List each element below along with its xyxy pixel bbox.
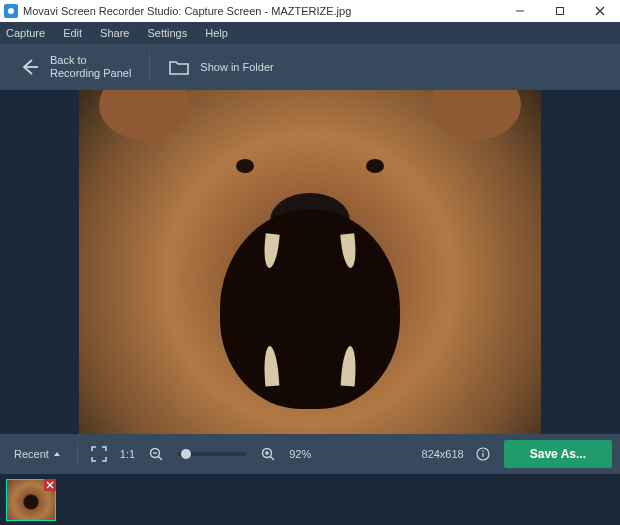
chevron-up-icon	[53, 450, 61, 458]
fit-screen-button[interactable]	[88, 443, 110, 465]
menubar: Capture Edit Share Settings Help	[0, 22, 620, 44]
preview-canvas	[0, 90, 620, 434]
recent-label: Recent	[14, 448, 49, 460]
zoom-in-button[interactable]	[257, 443, 279, 465]
controls-bar: Recent 1:1 92%	[0, 434, 620, 474]
show-in-folder-button[interactable]: Show in Folder	[160, 50, 281, 84]
expand-icon	[91, 446, 107, 462]
captured-image[interactable]	[79, 90, 541, 434]
svg-point-16	[482, 450, 484, 452]
save-as-button[interactable]: Save As...	[504, 440, 612, 468]
image-dimensions: 824x618	[422, 448, 464, 460]
arrow-left-icon	[18, 56, 40, 78]
folder-icon	[168, 56, 190, 78]
info-button[interactable]	[472, 443, 494, 465]
save-as-label: Save As...	[530, 447, 586, 461]
actionbar: Back to Recording Panel Show in Folder	[0, 44, 620, 90]
menu-settings[interactable]: Settings	[147, 27, 187, 39]
thumbnail-close-button[interactable]	[44, 479, 56, 491]
zoom-slider[interactable]	[177, 452, 247, 456]
divider	[77, 443, 78, 465]
thumbnail[interactable]	[6, 479, 56, 521]
thumbnail-strip	[0, 474, 620, 525]
close-button[interactable]	[580, 0, 620, 22]
zoom-out-button[interactable]	[145, 443, 167, 465]
zoom-out-icon	[149, 447, 163, 461]
divider	[149, 52, 150, 82]
app-icon	[4, 4, 18, 18]
maximize-button[interactable]	[540, 0, 580, 22]
show-in-folder-label: Show in Folder	[200, 61, 273, 73]
zoom-in-icon	[261, 447, 275, 461]
back-label-line1: Back to	[50, 54, 131, 67]
slider-knob[interactable]	[181, 449, 191, 459]
back-label-line2: Recording Panel	[50, 67, 131, 80]
recent-dropdown[interactable]: Recent	[8, 442, 67, 466]
ratio-button[interactable]: 1:1	[120, 448, 135, 460]
info-icon	[476, 447, 490, 461]
menu-help[interactable]: Help	[205, 27, 228, 39]
svg-rect-3	[557, 8, 564, 15]
back-to-recording-button[interactable]: Back to Recording Panel	[10, 50, 139, 84]
svg-line-8	[159, 457, 163, 461]
svg-line-11	[271, 457, 275, 461]
titlebar: Movavi Screen Recorder Studio: Capture S…	[0, 0, 620, 22]
window-title: Movavi Screen Recorder Studio: Capture S…	[23, 5, 500, 17]
menu-capture[interactable]: Capture	[6, 27, 45, 39]
close-icon	[46, 481, 54, 489]
zoom-percent: 92%	[289, 448, 311, 460]
minimize-button[interactable]	[500, 0, 540, 22]
svg-point-1	[8, 8, 14, 14]
menu-share[interactable]: Share	[100, 27, 129, 39]
menu-edit[interactable]: Edit	[63, 27, 82, 39]
